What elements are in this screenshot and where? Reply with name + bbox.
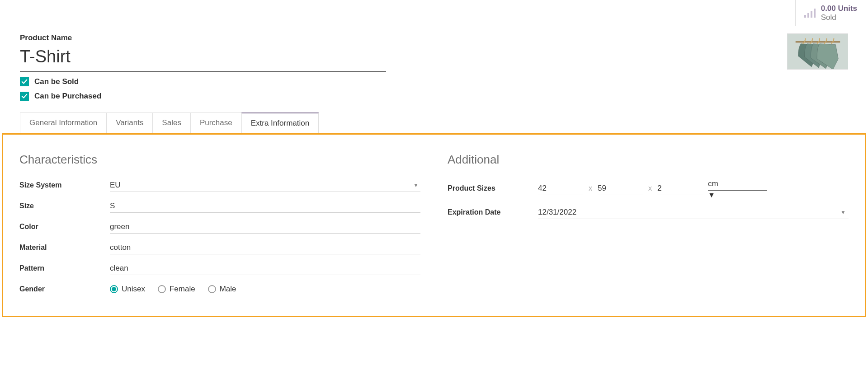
tab-variants[interactable]: Variants <box>106 112 152 134</box>
dim2-input[interactable] <box>598 182 643 195</box>
additional-title: Additional <box>448 153 849 167</box>
stat-sold[interactable]: 0.00 Units Sold <box>795 0 868 26</box>
svg-rect-1 <box>807 13 809 18</box>
material-input[interactable] <box>110 241 420 254</box>
tab-extra-information[interactable]: Extra Information <box>241 112 319 134</box>
tab-sales[interactable]: Sales <box>152 112 190 134</box>
characteristics-title: Characteristics <box>19 153 420 167</box>
x-separator: x <box>648 184 652 192</box>
radio-label-female: Female <box>170 285 195 294</box>
expiration-date-label: Expiration Date <box>448 208 538 216</box>
product-image[interactable] <box>787 33 848 70</box>
size-system-select[interactable] <box>110 179 420 192</box>
size-system-label: Size System <box>19 181 110 189</box>
tab-general-information[interactable]: General Information <box>20 112 106 134</box>
checkbox-can-be-purchased[interactable] <box>20 92 29 101</box>
expiration-date-input[interactable] <box>538 206 849 219</box>
unit-select[interactable] <box>708 178 767 191</box>
dim3-input[interactable] <box>657 182 703 195</box>
radio-gender-male[interactable]: Male <box>208 285 236 294</box>
check-icon <box>21 79 28 85</box>
tab-purchase[interactable]: Purchase <box>190 112 241 134</box>
product-sizes-label: Product Sizes <box>448 184 538 192</box>
dim1-input[interactable] <box>538 182 583 195</box>
svg-rect-3 <box>814 9 816 18</box>
can-be-purchased-label: Can be Purchased <box>34 92 101 101</box>
size-input[interactable] <box>110 200 420 213</box>
color-label: Color <box>19 223 110 231</box>
stat-label: Sold <box>821 13 857 22</box>
radio-gender-unisex[interactable]: Unisex <box>110 285 145 294</box>
tabs: General Information Variants Sales Purch… <box>20 112 848 134</box>
radio-label-male: Male <box>220 285 236 294</box>
bar-chart-icon <box>804 8 816 19</box>
gender-label: Gender <box>19 285 110 293</box>
pattern-input[interactable] <box>110 262 420 275</box>
svg-rect-2 <box>811 11 812 18</box>
caret-down-icon: ▼ <box>708 191 715 199</box>
size-label: Size <box>19 202 110 210</box>
product-name-input[interactable] <box>20 45 386 72</box>
product-name-label: Product Name <box>20 33 386 42</box>
stat-value: 0.00 Units <box>821 4 857 13</box>
top-bar: 0.00 Units Sold <box>0 0 868 26</box>
svg-rect-0 <box>804 15 806 18</box>
x-separator: x <box>589 184 592 192</box>
pattern-label: Pattern <box>19 264 110 272</box>
color-input[interactable] <box>110 220 420 234</box>
radio-gender-female[interactable]: Female <box>158 285 195 294</box>
can-be-sold-label: Can be Sold <box>34 77 79 86</box>
radio-label-unisex: Unisex <box>122 285 145 294</box>
checkbox-can-be-sold[interactable] <box>20 77 29 86</box>
check-icon <box>21 93 28 99</box>
extra-information-panel: Characteristics Size System ▼ Size Color… <box>2 133 866 317</box>
material-label: Material <box>19 244 110 252</box>
